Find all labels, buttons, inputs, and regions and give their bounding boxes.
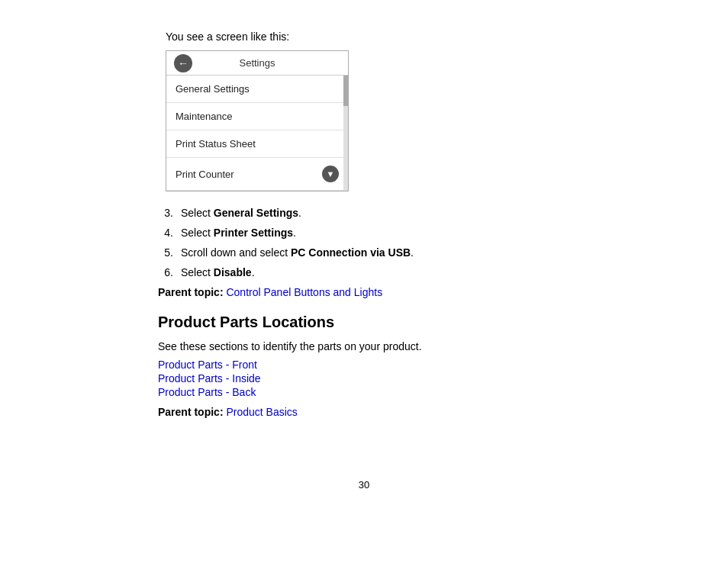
step-4-num: 4.: [158, 227, 173, 239]
parent-topic-2: Parent topic: Product Basics: [158, 406, 616, 418]
settings-header: ← Settings: [166, 51, 348, 76]
step-5-num: 5.: [158, 246, 173, 259]
parent-topic-2-link[interactable]: Product Basics: [226, 406, 297, 418]
product-parts-back-link[interactable]: Product Parts - Back: [158, 386, 256, 398]
step-4-text: Select Printer Settings.: [181, 227, 296, 239]
back-button[interactable]: ←: [174, 54, 192, 72]
step-3-bold: General Settings: [214, 207, 298, 219]
section-heading: Product Parts Locations: [158, 314, 616, 331]
step-3-text: Select General Settings.: [181, 207, 301, 219]
scrollbar-indicator: [343, 76, 348, 191]
list-item-front: Product Parts - Front: [158, 359, 616, 371]
settings-screen: ← Settings General Settings Maintenance …: [166, 50, 349, 191]
settings-item-maintenance[interactable]: Maintenance: [166, 103, 348, 130]
settings-item-print-counter[interactable]: Print Counter ▼: [166, 158, 348, 191]
intro-text: You see a screen like this:: [166, 31, 616, 43]
step-5: 5. Scroll down and select PC Connection …: [158, 246, 616, 259]
settings-title: Settings: [240, 57, 275, 69]
page-number: 30: [359, 479, 369, 491]
general-settings-label: General Settings: [176, 83, 250, 95]
scrollbar-thumb: [343, 76, 348, 106]
parent-topic-1-link[interactable]: Control Panel Buttons and Lights: [226, 286, 382, 298]
maintenance-label: Maintenance: [176, 111, 232, 122]
down-arrow-icon: ▼: [322, 166, 339, 182]
product-parts-front-link[interactable]: Product Parts - Front: [158, 359, 257, 371]
settings-item-general[interactable]: General Settings: [166, 76, 348, 103]
step-6: 6. Select Disable.: [158, 266, 616, 278]
print-status-label: Print Status Sheet: [176, 138, 256, 150]
parent-topic-1: Parent topic: Control Panel Buttons and …: [158, 286, 616, 298]
parent-topic-1-label: Parent topic:: [158, 286, 224, 298]
steps-list: 3. Select General Settings. 4. Select Pr…: [158, 207, 616, 278]
section-desc: See these sections to identify the parts…: [158, 340, 616, 352]
print-counter-label: Print Counter: [176, 169, 234, 180]
product-parts-links: Product Parts - Front Product Parts - In…: [158, 359, 616, 398]
list-item-inside: Product Parts - Inside: [158, 372, 616, 384]
step-4-bold: Printer Settings: [214, 227, 293, 239]
step-6-text: Select Disable.: [181, 266, 255, 278]
step-6-num: 6.: [158, 266, 173, 278]
step-3-num: 3.: [158, 207, 173, 219]
step-4: 4. Select Printer Settings.: [158, 227, 616, 239]
back-arrow-icon: ←: [178, 58, 188, 69]
content-area: You see a screen like this: ← Settings G…: [158, 31, 616, 433]
page-container: You see a screen like this: ← Settings G…: [0, 0, 728, 563]
parent-topic-2-label: Parent topic:: [158, 406, 224, 418]
step-3: 3. Select General Settings.: [158, 207, 616, 219]
product-parts-inside-link[interactable]: Product Parts - Inside: [158, 372, 261, 384]
settings-item-print-status[interactable]: Print Status Sheet: [166, 130, 348, 158]
step-5-bold: PC Connection via USB: [291, 246, 411, 259]
step-6-bold: Disable: [214, 266, 252, 278]
screen-body: General Settings Maintenance Print Statu…: [166, 76, 348, 191]
step-5-text: Scroll down and select PC Connection via…: [181, 246, 414, 259]
list-item-back: Product Parts - Back: [158, 386, 616, 398]
